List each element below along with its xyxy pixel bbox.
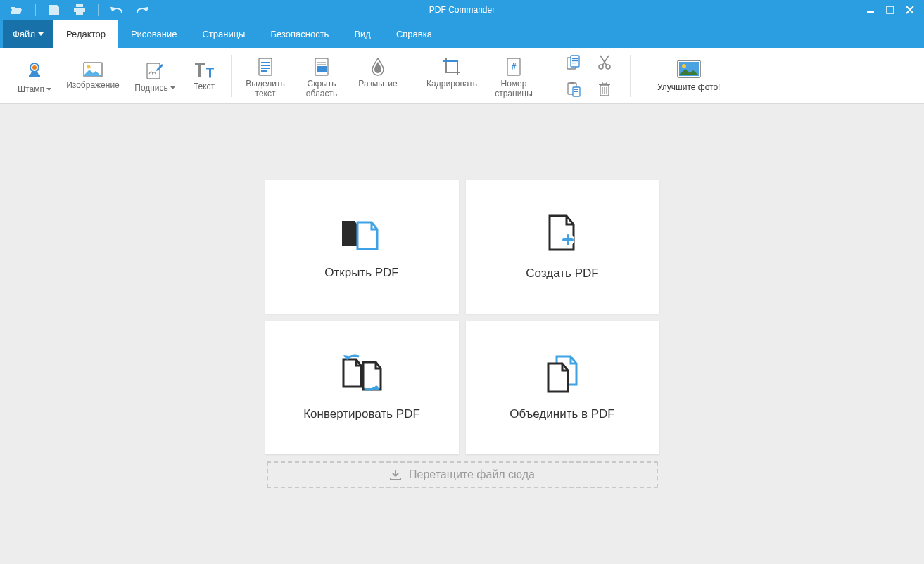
svg-rect-29 xyxy=(574,89,578,90)
page-number-button[interactable]: # Номер страницы xyxy=(486,53,542,98)
open-pdf-card[interactable]: Открыть PDF xyxy=(265,180,459,314)
print-icon xyxy=(73,4,86,15)
paste-button[interactable] xyxy=(561,78,586,101)
delete-button[interactable] xyxy=(592,78,617,101)
dropdown-caret-icon xyxy=(170,86,175,89)
maximize-icon xyxy=(886,6,894,14)
paste-icon xyxy=(567,82,581,97)
svg-rect-10 xyxy=(261,65,270,66)
tab-drawing[interactable]: Рисование xyxy=(118,20,189,48)
ribbon-group-page: Кадрировать # Номер страницы xyxy=(418,53,542,98)
blur-button[interactable]: Размытие xyxy=(350,53,406,89)
enhance-photo-promo[interactable]: Улучшите фото! xyxy=(657,60,720,92)
file-menu-button[interactable]: Файл xyxy=(3,20,53,48)
svg-rect-1 xyxy=(887,6,894,13)
dropdown-caret-icon xyxy=(46,88,51,91)
undo-icon xyxy=(110,6,123,14)
ribbon-group-clipboard xyxy=(561,51,617,101)
download-icon xyxy=(389,468,402,481)
merge-pdf-icon xyxy=(541,354,583,393)
tab-editor[interactable]: Редактор xyxy=(53,20,118,48)
save-button[interactable] xyxy=(42,0,67,20)
highlight-text-button[interactable]: Выделить текст xyxy=(237,53,293,98)
cut-button[interactable] xyxy=(592,51,617,74)
svg-rect-15 xyxy=(317,64,326,65)
folder-open-icon xyxy=(11,5,23,15)
open-pdf-label: Открыть PDF xyxy=(324,266,399,280)
copy-icon xyxy=(567,55,581,70)
stamp-button[interactable]: Штамп xyxy=(10,58,59,94)
convert-pdf-card[interactable]: Конвертировать PDF xyxy=(265,321,459,454)
stamp-icon xyxy=(25,62,44,82)
svg-rect-0 xyxy=(867,11,874,13)
merge-pdf-label: Объединить в PDF xyxy=(510,407,615,421)
trash-icon xyxy=(598,82,611,97)
svg-rect-4 xyxy=(29,75,40,77)
start-panel: Открыть PDF Создать PDF xyxy=(265,180,659,488)
convert-pdf-icon xyxy=(339,354,384,393)
cut-icon xyxy=(597,55,612,70)
crop-button[interactable]: Кадрировать xyxy=(418,53,486,89)
drop-zone-label: Перетащите файл сюда xyxy=(409,468,535,481)
svg-rect-34 xyxy=(602,82,607,84)
title-bar: PDF Commander xyxy=(0,0,924,20)
tab-pages[interactable]: Страницы xyxy=(189,20,258,48)
hide-area-icon xyxy=(313,58,330,76)
svg-rect-30 xyxy=(574,91,578,92)
create-pdf-label: Создать PDF xyxy=(526,267,598,281)
create-pdf-icon xyxy=(544,213,581,252)
window-controls xyxy=(861,0,924,20)
close-icon xyxy=(906,6,914,14)
enhance-photo-icon xyxy=(677,60,701,78)
open-pdf-icon xyxy=(339,214,384,252)
minimize-button[interactable] xyxy=(861,0,880,20)
highlight-icon xyxy=(257,58,274,76)
tab-security[interactable]: Безопасность xyxy=(258,20,341,48)
workspace: Открыть PDF Создать PDF xyxy=(0,104,924,564)
svg-point-6 xyxy=(87,65,91,68)
svg-text:#: # xyxy=(512,62,517,72)
drop-zone[interactable]: Перетащите файл сюда xyxy=(267,461,658,488)
minimize-icon xyxy=(866,6,875,14)
text-button[interactable]: Текст xyxy=(183,58,225,91)
hide-area-button[interactable]: Скрыть область xyxy=(293,53,350,98)
svg-point-3 xyxy=(32,65,37,70)
tab-help[interactable]: Справка xyxy=(384,20,445,48)
signature-icon xyxy=(146,62,164,80)
redo-button[interactable] xyxy=(129,0,155,20)
close-button[interactable] xyxy=(900,0,920,20)
svg-rect-23 xyxy=(572,63,576,63)
open-file-button[interactable] xyxy=(4,0,30,20)
tab-view[interactable]: Вид xyxy=(341,20,384,48)
ribbon-group-insert: Штамп Изображение Подпи xyxy=(10,58,225,94)
image-icon xyxy=(83,62,103,77)
text-icon xyxy=(194,62,215,79)
blur-icon xyxy=(371,58,385,76)
image-button[interactable]: Изображение xyxy=(59,58,127,90)
ribbon-group-redact: Выделить текст Скрыть область Размытие xyxy=(237,53,406,98)
create-pdf-card[interactable]: Создать PDF xyxy=(466,180,659,314)
redo-icon xyxy=(136,6,148,14)
svg-rect-7 xyxy=(147,63,160,79)
svg-rect-9 xyxy=(261,62,270,63)
page-number-icon: # xyxy=(506,58,521,76)
svg-rect-8 xyxy=(259,58,272,75)
svg-rect-11 xyxy=(261,68,270,69)
signature-button[interactable]: Подпись xyxy=(127,58,183,93)
svg-point-37 xyxy=(682,64,686,68)
maximize-button[interactable] xyxy=(880,0,900,20)
svg-rect-22 xyxy=(572,60,578,61)
crop-icon xyxy=(443,58,461,76)
undo-button[interactable] xyxy=(104,0,129,20)
dropdown-caret-icon xyxy=(38,32,44,36)
merge-pdf-card[interactable]: Объединить в PDF xyxy=(466,321,659,454)
ribbon-toolbar: Штамп Изображение Подпи xyxy=(0,48,924,104)
file-menu-label: Файл xyxy=(13,29,35,39)
save-icon xyxy=(49,4,60,15)
svg-rect-12 xyxy=(261,70,267,72)
svg-rect-31 xyxy=(574,94,577,94)
print-button[interactable] xyxy=(67,0,92,20)
copy-button[interactable] xyxy=(561,51,586,74)
svg-rect-27 xyxy=(570,82,574,84)
menu-bar: Файл Редактор Рисование Страницы Безопас… xyxy=(0,20,924,48)
